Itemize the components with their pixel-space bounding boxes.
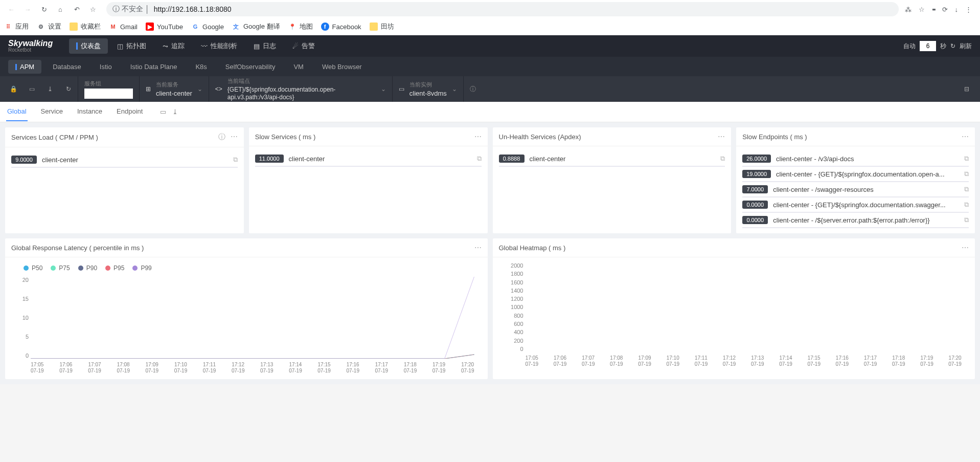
tab-instance[interactable]: Instance bbox=[76, 102, 103, 121]
subnav-database[interactable]: Database bbox=[45, 60, 88, 74]
more-icon[interactable]: ⋯ bbox=[962, 133, 969, 141]
copy-icon[interactable]: ⧉ bbox=[233, 156, 238, 164]
subnav-istio[interactable]: Istio bbox=[93, 60, 119, 74]
subnav-apm[interactable]: APM bbox=[8, 60, 41, 74]
star-icon[interactable]: ☆ bbox=[919, 6, 925, 13]
copy-icon[interactable]: ⧉ bbox=[720, 155, 725, 163]
map-pin-icon: 📍 bbox=[288, 23, 297, 31]
nav-trace[interactable]: ⤳追踪 bbox=[155, 38, 192, 54]
x-tick: 17:1007-19 bbox=[666, 355, 679, 367]
info-icon[interactable]: ⓘ bbox=[218, 133, 225, 142]
nav-topology[interactable]: ◫拓扑图 bbox=[110, 38, 153, 54]
refresh-icon[interactable]: ↻ bbox=[950, 42, 955, 50]
x-tick: 17:0807-19 bbox=[117, 362, 130, 374]
legend-label: P99 bbox=[141, 265, 151, 272]
more-icon[interactable]: ⋯ bbox=[474, 133, 482, 141]
download-icon[interactable]: ↓ bbox=[955, 6, 959, 13]
alarm-icon: ☄ bbox=[292, 42, 299, 50]
legend-item[interactable]: P90 bbox=[78, 265, 97, 272]
info-icon: ⓘ bbox=[112, 5, 120, 14]
copy-icon[interactable]: ⧉ bbox=[964, 185, 969, 193]
new-icon[interactable]: ▭ bbox=[22, 76, 41, 102]
nav-dashboard[interactable]: 仪表盘 bbox=[69, 38, 108, 54]
home-button[interactable]: ⌂ bbox=[53, 2, 67, 16]
legend-item[interactable]: P99 bbox=[132, 265, 151, 272]
tiantan-bookmark[interactable]: 田坊 bbox=[370, 22, 394, 31]
x-tick: 17:1607-19 bbox=[346, 362, 359, 374]
auto-label: 自动 bbox=[903, 42, 916, 51]
nav-log[interactable]: ▤日志 bbox=[246, 38, 283, 54]
y-tick: 200 bbox=[501, 338, 523, 344]
legend-dot-icon bbox=[51, 266, 56, 271]
more-icon[interactable]: ⋯ bbox=[962, 244, 969, 252]
endpoint-value: {GET}/${springfox.documentation.open-api… bbox=[227, 86, 376, 101]
crop-icon[interactable]: ⟳ bbox=[942, 6, 948, 13]
nav-label: 追踪 bbox=[171, 41, 185, 51]
nav-alarm[interactable]: ☄告警 bbox=[285, 38, 322, 54]
insecure-warning: ⓘ 不安全 │ bbox=[112, 5, 150, 14]
more-icon[interactable]: ⋯ bbox=[231, 133, 238, 142]
tab-global[interactable]: Global bbox=[6, 102, 28, 121]
info-icon[interactable]: ⓘ bbox=[470, 85, 476, 94]
group-input[interactable] bbox=[84, 89, 133, 99]
facebook-bookmark[interactable]: fFacebook bbox=[321, 23, 361, 31]
google-bookmark[interactable]: GGoogle bbox=[191, 23, 224, 31]
gtranslate-bookmark[interactable]: 文Google 翻译 bbox=[232, 22, 280, 31]
favorites-bookmark[interactable]: 收藏栏 bbox=[70, 22, 101, 31]
lock-icon[interactable]: 🔒 bbox=[4, 76, 22, 102]
add-tab-icon[interactable]: ▭ bbox=[160, 108, 166, 116]
gmail-bookmark[interactable]: MGmail bbox=[109, 23, 138, 31]
translate-icon[interactable]: ⁂ bbox=[905, 6, 911, 13]
refresh-label[interactable]: 刷新 bbox=[960, 42, 972, 51]
export-tab-icon[interactable]: ⤓ bbox=[172, 108, 178, 116]
copy-icon[interactable]: ⧉ bbox=[964, 201, 969, 209]
menu-icon[interactable]: ⋮ bbox=[965, 6, 972, 13]
legend-item[interactable]: P95 bbox=[105, 265, 124, 272]
import-icon[interactable]: ⤓ bbox=[41, 76, 59, 102]
back-button[interactable]: ← bbox=[4, 2, 18, 16]
chevron-down-icon[interactable]: ⌄ bbox=[452, 85, 457, 93]
copy-icon[interactable]: ⧉ bbox=[964, 216, 969, 224]
more-icon[interactable]: ⋯ bbox=[474, 244, 482, 252]
nav-profile[interactable]: 〰性能剖析 bbox=[194, 38, 244, 54]
subnav-istio-dp[interactable]: Istio Data Plane bbox=[123, 60, 185, 74]
legend-item[interactable]: P50 bbox=[24, 265, 42, 272]
progress-bar bbox=[11, 167, 238, 168]
chevron-down-icon[interactable]: ⌄ bbox=[197, 85, 202, 93]
y-tick: 1800 bbox=[501, 271, 523, 277]
apps-icon[interactable]: ▪▪ bbox=[932, 6, 935, 13]
tab-endpoint[interactable]: Endpoint bbox=[116, 102, 144, 121]
instance-selector[interactable]: ▭ 当前实例 client-8vdms ⌄ bbox=[392, 76, 463, 102]
undo-button[interactable]: ↶ bbox=[70, 2, 84, 16]
youtube-bookmark[interactable]: ▶YouTube bbox=[146, 23, 183, 31]
subnav-vm[interactable]: VM bbox=[286, 60, 311, 74]
settings-bookmark[interactable]: ⚙设置 bbox=[37, 22, 61, 31]
copy-icon[interactable]: ⧉ bbox=[964, 170, 969, 178]
service-selector[interactable]: ⊞ 当前服务 client-center ⌄ bbox=[139, 76, 209, 102]
apps-bookmark[interactable]: ⠿应用 bbox=[4, 22, 29, 31]
x-tick: 17:0907-19 bbox=[638, 355, 651, 367]
dashboard: Services Load ( CPM / PPM ) ⓘ⋯ 9.0000 cl… bbox=[0, 122, 980, 384]
list-item-label: client-center - /${server.error.path:${e… bbox=[773, 216, 959, 224]
fullscreen-icon[interactable]: ⊟ bbox=[958, 76, 976, 102]
copy-icon[interactable]: ⧉ bbox=[964, 155, 969, 163]
endpoint-selector[interactable]: <> 当前端点 {GET}/${springfox.documentation.… bbox=[209, 76, 392, 102]
address-bar[interactable]: ⓘ 不安全 │ http://192.168.1.18:8080 bbox=[106, 2, 899, 16]
reload-icon[interactable]: ↻ bbox=[59, 76, 78, 102]
tab-service[interactable]: Service bbox=[40, 102, 64, 121]
subnav-web[interactable]: Web Browser bbox=[315, 60, 369, 74]
map-bookmark[interactable]: 📍地图 bbox=[288, 22, 313, 31]
x-tick: 17:1907-19 bbox=[432, 362, 446, 374]
copy-icon[interactable]: ⧉ bbox=[477, 155, 482, 163]
chevron-down-icon[interactable]: ⌄ bbox=[381, 85, 386, 93]
subnav-self[interactable]: SelfObservability bbox=[218, 60, 283, 74]
forward-button[interactable]: → bbox=[20, 2, 35, 16]
legend-item[interactable]: P75 bbox=[51, 265, 70, 272]
interval-input[interactable] bbox=[920, 41, 936, 51]
reload-button[interactable]: ↻ bbox=[37, 2, 51, 16]
subnav-k8s[interactable]: K8s bbox=[188, 60, 214, 74]
instance-label: 当前实例 bbox=[409, 81, 447, 89]
x-tick: 17:0807-19 bbox=[610, 355, 623, 367]
more-icon[interactable]: ⋯ bbox=[718, 133, 725, 141]
bookmark-button[interactable]: ☆ bbox=[86, 2, 100, 16]
